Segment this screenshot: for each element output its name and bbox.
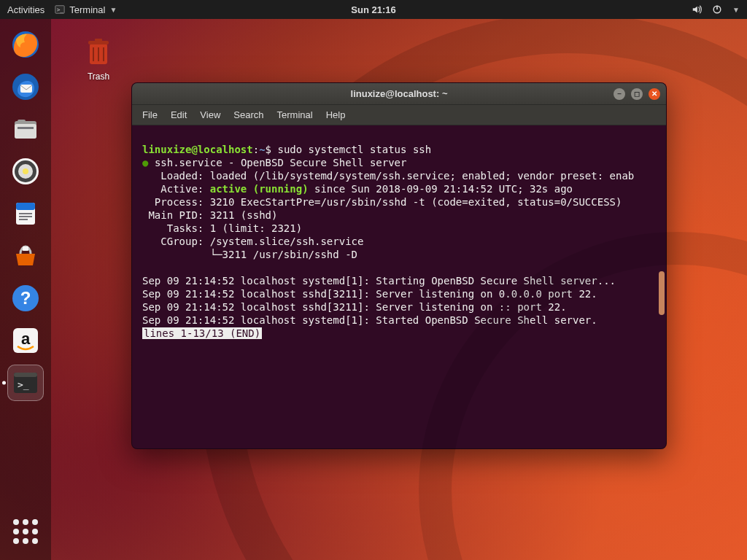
trash-icon (81, 34, 116, 69)
svg-rect-32 (14, 373, 37, 377)
firefox-icon (10, 29, 41, 60)
dock-item-firefox[interactable] (7, 26, 44, 63)
window-close-button[interactable]: ✕ (649, 88, 660, 100)
pager-status: lines 1-13/13 (END) (142, 327, 262, 339)
svg-text:a: a (21, 330, 31, 348)
dock-item-terminal[interactable]: >_ (7, 365, 44, 401)
log-line: Sep 09 21:14:52 localhost systemd[1]: St… (142, 314, 597, 326)
apps-grid-button[interactable] (7, 513, 44, 550)
window-menubar: File Edit View Search Terminal Help (132, 105, 666, 125)
svg-rect-23 (19, 213, 32, 214)
amazon-icon: a (10, 325, 41, 356)
process-line: Process: 3210 ExecStartPre=/usr/sbin/ssh… (142, 196, 622, 208)
terminal-body[interactable]: linuxize@localhost:~$ sudo systemctl sta… (132, 125, 666, 448)
music-icon (10, 156, 41, 187)
files-icon (10, 114, 41, 144)
log-line: Sep 09 21:14:52 localhost systemd[1]: St… (142, 275, 616, 287)
terminal-icon: >_ (10, 368, 41, 398)
terminal-icon: >_ (55, 4, 65, 15)
app-menu-label: Terminal (69, 4, 105, 15)
active-label: Active: (142, 183, 210, 195)
top-bar: Activities >_ Terminal ▼ Sun 21:16 ▼ (0, 0, 747, 19)
svg-rect-24 (19, 216, 32, 217)
svg-point-20 (23, 168, 28, 174)
dock-item-rhythmbox[interactable] (7, 153, 44, 190)
log-line: Sep 09 21:14:52 localhost sshd[3211]: Se… (142, 288, 597, 300)
power-icon[interactable] (712, 4, 722, 15)
svg-rect-25 (19, 219, 28, 220)
loaded-line: Loaded: loaded (/lib/systemd/system/ssh.… (142, 170, 634, 182)
dock-item-amazon[interactable]: a (7, 322, 44, 359)
prompt-sym: $ (266, 144, 271, 155)
dock-item-files[interactable] (7, 111, 44, 147)
svg-rect-12 (20, 85, 32, 93)
log-line: Sep 09 21:14:52 localhost sshd[3211]: Se… (142, 301, 567, 313)
prompt-sep: : (253, 144, 259, 155)
chevron-down-icon[interactable]: ▼ (732, 6, 740, 14)
writer-icon (10, 198, 41, 229)
prompt-path: ~ (259, 144, 265, 155)
menu-edit[interactable]: Edit (171, 109, 187, 120)
menu-view[interactable]: View (200, 109, 220, 120)
menu-help[interactable]: Help (326, 109, 346, 120)
dock-item-writer[interactable] (7, 195, 44, 232)
dock-item-help[interactable]: ? (7, 280, 44, 316)
app-menu[interactable]: >_ Terminal ▼ (55, 4, 117, 15)
active-status: active (running) (210, 183, 309, 195)
thunderbird-icon (10, 71, 41, 102)
svg-text:?: ? (20, 288, 31, 308)
clock[interactable]: Sun 21:16 (351, 4, 395, 15)
terminal-window: linuxize@localhost: ~ – ◻ ✕ File Edit Vi… (131, 82, 667, 449)
trash-label: Trash (73, 71, 124, 82)
menu-terminal[interactable]: Terminal (277, 109, 313, 120)
software-icon (10, 241, 41, 271)
status-dot-icon: ● (142, 157, 148, 168)
svg-rect-26 (23, 246, 28, 251)
command-text: sudo systemctl status ssh (277, 144, 431, 155)
prompt-user: linuxize@localhost (142, 144, 253, 155)
window-minimize-button[interactable]: – (614, 88, 625, 100)
dock: ? a >_ (0, 19, 51, 560)
svg-rect-15 (18, 120, 26, 124)
dock-item-thunderbird[interactable] (7, 69, 44, 105)
svg-rect-22 (16, 203, 35, 210)
trash-desktop-icon[interactable]: Trash (73, 34, 124, 82)
cgroup-line: CGroup: /system.slice/ssh.service (142, 236, 363, 247)
tasks-line: Tasks: 1 (limit: 2321) (142, 222, 302, 234)
volume-icon[interactable] (692, 4, 702, 15)
cgroup-line2: └─3211 /usr/sbin/sshd -D (142, 249, 357, 260)
svg-text:>_: >_ (57, 7, 64, 13)
scrollbar-thumb[interactable] (659, 271, 665, 315)
menu-search[interactable]: Search (233, 109, 263, 120)
svg-rect-16 (18, 127, 34, 129)
window-titlebar[interactable]: linuxize@localhost: ~ – ◻ ✕ (132, 83, 666, 105)
dock-item-software[interactable] (7, 238, 44, 274)
window-title: linuxize@localhost: ~ (351, 88, 448, 99)
menu-file[interactable]: File (142, 109, 158, 120)
active-rest: since Sun 2018-09-09 21:14:52 UTC; 32s a… (309, 183, 573, 195)
activities-button[interactable]: Activities (7, 4, 44, 15)
svg-text:>_: >_ (18, 379, 29, 390)
help-icon: ? (10, 283, 41, 314)
svg-rect-6 (95, 39, 102, 42)
service-line: ssh.service - OpenBSD Secure Shell serve… (155, 157, 407, 168)
mainpid-line: Main PID: 3211 (sshd) (142, 209, 277, 221)
svg-rect-14 (15, 124, 36, 139)
chevron-down-icon: ▼ (109, 6, 117, 14)
window-maximize-button[interactable]: ◻ (631, 88, 643, 100)
